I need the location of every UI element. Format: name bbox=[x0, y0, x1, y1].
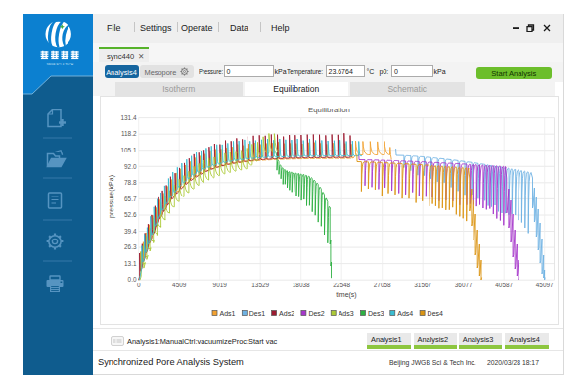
svg-text:27058: 27058 bbox=[374, 282, 391, 288]
svg-text:22548: 22548 bbox=[333, 282, 350, 288]
svg-text:45097: 45097 bbox=[536, 282, 554, 288]
svg-text:time(s): time(s) bbox=[336, 291, 356, 299]
svg-text:Equilibration: Equilibration bbox=[308, 106, 350, 114]
svg-text:26.3: 26.3 bbox=[124, 243, 137, 250]
svg-text:18038: 18038 bbox=[293, 282, 310, 288]
svg-text:78.8: 78.8 bbox=[124, 179, 137, 186]
svg-text:105.1: 105.1 bbox=[121, 147, 137, 153]
svg-text:13529: 13529 bbox=[251, 282, 269, 288]
svg-text:36077: 36077 bbox=[455, 282, 473, 288]
svg-text:9019: 9019 bbox=[213, 282, 228, 288]
svg-text:Ads1: Ads1 bbox=[220, 310, 236, 317]
svg-text:Ads2: Ads2 bbox=[279, 310, 294, 317]
svg-text:Ads3: Ads3 bbox=[339, 310, 354, 317]
svg-text:Des4: Des4 bbox=[428, 310, 443, 317]
svg-text:Des1: Des1 bbox=[249, 310, 265, 317]
svg-text:0: 0 bbox=[137, 282, 141, 288]
svg-text:pressure(kPa): pressure(kPa) bbox=[108, 175, 115, 218]
svg-text:40587: 40587 bbox=[495, 282, 513, 288]
svg-text:0.0: 0.0 bbox=[128, 276, 137, 283]
svg-text:Ads4: Ads4 bbox=[397, 310, 413, 317]
svg-text:Des2: Des2 bbox=[308, 310, 324, 317]
svg-text:4509: 4509 bbox=[172, 282, 187, 288]
svg-text:13.1: 13.1 bbox=[124, 260, 137, 267]
svg-text:118.2: 118.2 bbox=[121, 130, 137, 137]
svg-text:39.4: 39.4 bbox=[124, 228, 137, 235]
svg-text:65.7: 65.7 bbox=[124, 196, 137, 202]
svg-text:Des3: Des3 bbox=[368, 310, 384, 317]
svg-text:131.4: 131.4 bbox=[121, 114, 137, 121]
svg-text:31567: 31567 bbox=[414, 282, 431, 288]
svg-text:52.6: 52.6 bbox=[124, 211, 137, 218]
svg-text:92.0: 92.0 bbox=[124, 163, 137, 170]
